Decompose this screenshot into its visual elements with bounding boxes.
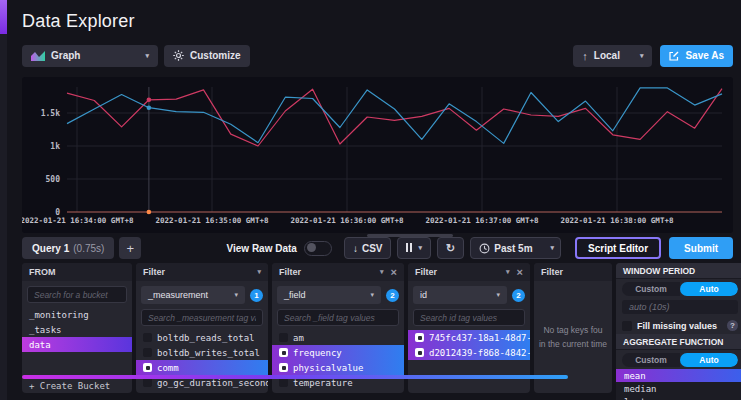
query-tab-label: Query 1: [32, 243, 69, 254]
csv-label: CSV: [362, 243, 383, 254]
bucket-item[interactable]: data: [22, 337, 132, 352]
checkbox[interactable]: [143, 363, 152, 372]
tag-value-item[interactable]: 745fc437-18a1-48d7-98a6-7..: [408, 330, 530, 345]
tag-value-label: boltdb_reads_total: [157, 333, 255, 343]
influxdb-logo[interactable]: [0, 0, 7, 34]
tag-value-label: frequency: [293, 348, 342, 358]
refresh-icon: ↻: [446, 243, 455, 253]
view-raw-data-toggle[interactable]: [304, 241, 332, 256]
selected-count-badge: 2: [386, 289, 399, 302]
view-raw-data-label: View Raw Data: [227, 243, 297, 254]
from-panel-header: FROM: [22, 263, 132, 281]
download-csv-button[interactable]: ↓ CSV: [344, 237, 392, 259]
aggregate-function-item[interactable]: mean: [616, 369, 741, 382]
aggregate-function-header: AGGREGATE FUNCTION: [616, 334, 741, 350]
save-as-button[interactable]: Save As: [660, 45, 733, 67]
selected-count-badge: 1: [250, 289, 263, 302]
tag-key-label: id: [420, 290, 427, 300]
checkbox[interactable]: [143, 348, 152, 357]
chevron-down-icon: ▾: [145, 52, 149, 60]
chevron-down-icon[interactable]: ▾: [380, 268, 384, 276]
id-search-input[interactable]: [413, 309, 525, 326]
filter-panel-header: Filter ▾ ×: [408, 263, 530, 281]
save-as-label: Save As: [685, 50, 724, 61]
custom-segment[interactable]: Custom: [622, 282, 680, 296]
checkbox[interactable]: [143, 333, 152, 342]
tag-value-item[interactable]: frequency: [272, 345, 404, 360]
tag-value-item[interactable]: am: [272, 330, 404, 345]
help-icon[interactable]: ?: [727, 320, 738, 331]
tag-value-item[interactable]: boltdb_reads_total: [136, 330, 268, 345]
bucket-item[interactable]: _tasks: [22, 322, 132, 337]
filter-panel-header: Filter ▾ ×: [272, 263, 404, 281]
tag-value-item[interactable]: go_goroutines: [136, 390, 268, 393]
tag-value-label: boltdb_writes_total: [157, 348, 260, 358]
aggregate-function-item[interactable]: last: [616, 395, 741, 400]
tag-key-dropdown[interactable]: _measurement ▾: [141, 286, 245, 304]
auto-segment[interactable]: Auto: [680, 353, 738, 367]
auto-segment[interactable]: Auto: [680, 282, 738, 296]
checkbox[interactable]: [279, 348, 288, 357]
customize-button[interactable]: Customize: [164, 45, 250, 67]
tag-value-label: temperature: [293, 378, 353, 388]
tag-key-row: _measurement ▾ 1: [141, 286, 263, 304]
checkbox[interactable]: [415, 333, 424, 342]
svg-text:2022-01-21 16:34:00 GMT+8: 2022-01-21 16:34:00 GMT+8: [22, 216, 134, 225]
tag-key-row: id ▾ 2: [413, 286, 525, 304]
aggregate-function-item[interactable]: median: [616, 382, 741, 395]
gear-icon: [173, 50, 184, 61]
bucket-item[interactable]: _monitoring: [22, 307, 132, 322]
arrow-up-icon: ↑: [582, 51, 588, 61]
view-type-dropdown[interactable]: Graph ▾: [22, 45, 158, 67]
filter-title: Filter: [279, 267, 301, 277]
checkbox[interactable]: [279, 378, 288, 387]
checkbox[interactable]: [279, 363, 288, 372]
tag-value-item[interactable]: boltdb_writes_total: [136, 345, 268, 360]
tag-value-item[interactable]: comm: [136, 360, 268, 375]
query-tab[interactable]: Query 1 (0.75s): [22, 237, 114, 259]
checkbox[interactable]: [415, 348, 424, 357]
line-chart[interactable]: 05001k1.5k2022-01-21 16:34:00 GMT+82022-…: [22, 77, 733, 233]
checkbox[interactable]: [143, 378, 152, 387]
custom-segment[interactable]: Custom: [622, 353, 680, 367]
close-icon[interactable]: ×: [391, 268, 397, 277]
chevron-down-icon: ▾: [234, 291, 238, 299]
chevron-down-icon: ▾: [640, 52, 644, 60]
script-editor-button[interactable]: Script Editor: [575, 237, 661, 259]
data-explorer-page: Data Explorer Graph ▾ Customize: [7, 0, 741, 400]
tag-key-dropdown[interactable]: id ▾: [413, 286, 507, 304]
add-query-button[interactable]: +: [119, 237, 141, 259]
tag-value-item[interactable]: physicalvalue: [272, 360, 404, 375]
local-tz-dropdown[interactable]: ↑ Local ▾: [573, 45, 652, 67]
tag-value-item[interactable]: d2012439-f868-4842-bfef-8..: [408, 345, 530, 360]
window-period-value[interactable]: auto (10s): [622, 300, 738, 314]
chevron-down-icon[interactable]: ▾: [257, 268, 261, 276]
measurement-value-list: boltdb_reads_totalboltdb_writes_totalcom…: [136, 330, 268, 393]
visualization-toolbar: Graph ▾ Customize ↑ Local ▾: [22, 44, 733, 67]
query-toolbar: Query 1 (0.75s) + View Raw Data ↓ CSV ▾ …: [22, 237, 733, 259]
close-icon[interactable]: ×: [517, 268, 523, 277]
horizontal-scrollbar-thumb[interactable]: [367, 234, 453, 237]
pause-refresh-dropdown[interactable]: ▾: [397, 237, 431, 259]
field-search-input[interactable]: [277, 309, 399, 326]
no-tag-keys-message: No tag keys fou in the current time: [534, 323, 612, 352]
bucket-search-input[interactable]: [27, 286, 127, 303]
time-range-dropdown[interactable]: Past 5m ▾: [470, 237, 561, 259]
tag-value-label: physicalvalue: [293, 363, 363, 373]
create-bucket-button[interactable]: + Create Bucket: [22, 378, 132, 393]
builder-gradient-scrollbar[interactable]: [22, 375, 568, 379]
filter-panel-field: Filter ▾ × _field ▾ 2 amfrequencyphysica…: [272, 263, 404, 393]
tag-value-label: comm: [157, 363, 179, 373]
clock-icon: [479, 243, 490, 254]
tag-key-dropdown[interactable]: _field ▾: [277, 286, 381, 304]
fill-missing-checkbox[interactable]: [622, 321, 632, 331]
checkbox[interactable]: [279, 333, 288, 342]
chevron-down-icon[interactable]: ▾: [506, 268, 510, 276]
submit-button[interactable]: Submit: [669, 237, 733, 259]
refresh-button[interactable]: ↻: [437, 237, 464, 259]
bucket-list: _monitoring_tasksdata: [22, 307, 132, 378]
chevron-down-icon: ▾: [370, 291, 374, 299]
measurement-search-input[interactable]: [141, 309, 263, 326]
script-editor-label: Script Editor: [588, 243, 648, 254]
filter-title: Filter: [541, 267, 563, 277]
